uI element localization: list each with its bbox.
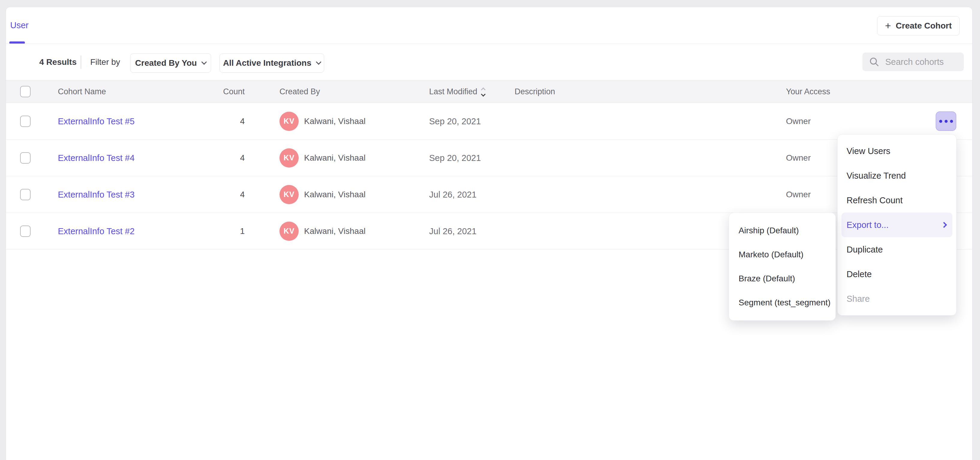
select-all-checkbox[interactable]: [20, 86, 30, 97]
created-by-cell: KV Kalwani, Vishaal: [280, 222, 366, 241]
search-input[interactable]: [885, 57, 957, 67]
export-submenu-item-label: Braze (Default): [738, 274, 795, 283]
last-modified-value: Jul 26, 2021: [429, 190, 477, 200]
tab-user[interactable]: User: [10, 21, 29, 30]
context-menu: View Users Visualize Trend Refresh Count…: [837, 134, 957, 316]
context-menu-item[interactable]: Delete: [838, 262, 956, 286]
cohort-count: 1: [195, 227, 245, 236]
chevron-down-icon: [316, 59, 321, 65]
access-value: Owner: [786, 190, 811, 200]
toolbar: 4 Results Filter by Created By You All A…: [6, 44, 972, 80]
access-value: Owner: [786, 153, 811, 163]
created-by-filter-label: Created By You: [135, 58, 197, 68]
export-submenu-item[interactable]: Airship (Default): [729, 219, 835, 243]
table-row: ExternalInfo Test #5 4 KV Kalwani, Visha…: [6, 103, 972, 140]
avatar: KV: [280, 149, 299, 168]
context-menu-item-label: Share: [846, 294, 870, 304]
cohort-count: 4: [195, 190, 245, 200]
results-count: 4 Results: [39, 58, 77, 67]
column-header-your-access: Your Access: [786, 87, 830, 96]
context-menu-item-label: Delete: [846, 269, 872, 279]
create-cohort-label: Create Cohort: [896, 21, 952, 30]
column-header-cohort-name: Cohort Name: [58, 87, 106, 96]
context-menu-item[interactable]: Refresh Count: [838, 188, 956, 212]
table-header: Cohort Name Count Created By Last Modifi…: [6, 80, 972, 103]
plus-icon: +: [885, 21, 891, 30]
last-modified-value: Sep 20, 2021: [429, 116, 481, 126]
created-by-cell: KV Kalwani, Vishaal: [280, 149, 366, 168]
export-submenu-item[interactable]: Segment (test_segment): [729, 291, 835, 315]
context-menu-item-label: Duplicate: [846, 245, 883, 255]
column-header-count: Count: [195, 87, 245, 96]
context-menu-item[interactable]: View Users: [838, 139, 956, 163]
column-header-description: Description: [515, 87, 555, 96]
export-submenu-item-label: Airship (Default): [738, 226, 799, 235]
created-by-filter-dropdown[interactable]: Created By You: [130, 53, 211, 73]
export-submenu-item[interactable]: Marketo (Default): [729, 243, 835, 267]
context-menu-item[interactable]: Visualize Trend: [838, 163, 956, 188]
chevron-right-icon: [941, 222, 947, 228]
avatar: KV: [280, 185, 299, 204]
ellipsis-icon: [939, 120, 942, 123]
creator-name: Kalwani, Vishaal: [304, 190, 366, 200]
cohort-name-link[interactable]: ExternalInfo Test #2: [58, 226, 135, 236]
integrations-filter-dropdown[interactable]: All Active Integrations: [220, 53, 324, 73]
table-row: ExternalInfo Test #3 4 KV Kalwani, Visha…: [6, 176, 972, 213]
last-modified-label: Last Modified: [429, 87, 477, 96]
context-menu-item[interactable]: Export to...: [842, 212, 952, 237]
cohort-name-link[interactable]: ExternalInfo Test #3: [58, 190, 135, 200]
export-submenu-item-label: Marketo (Default): [738, 250, 803, 259]
row-actions-button[interactable]: [935, 112, 956, 131]
search-icon: [870, 58, 879, 66]
create-cohort-button[interactable]: + Create Cohort: [877, 16, 959, 35]
toolbar-separator: [81, 56, 81, 69]
context-menu-item[interactable]: Share: [838, 286, 956, 311]
column-header-last-modified: Last Modified: [429, 87, 485, 96]
creator-name: Kalwani, Vishaal: [304, 117, 366, 126]
cohort-count: 4: [195, 153, 245, 163]
column-header-created-by: Created By: [280, 87, 320, 96]
sort-arrows-icon[interactable]: [482, 88, 485, 96]
table-row: ExternalInfo Test #4 4 KV Kalwani, Visha…: [6, 140, 972, 176]
context-menu-item-label: Refresh Count: [846, 195, 903, 205]
creator-name: Kalwani, Vishaal: [304, 153, 366, 163]
cohort-name-link[interactable]: ExternalInfo Test #5: [58, 116, 135, 126]
row-checkbox[interactable]: [20, 189, 30, 200]
export-submenu: Airship (Default) Marketo (Default) Braz…: [729, 212, 836, 321]
last-modified-value: Sep 20, 2021: [429, 153, 481, 163]
chevron-down-icon: [202, 59, 207, 65]
context-menu-item-label: Visualize Trend: [846, 171, 906, 181]
avatar: KV: [280, 112, 299, 131]
created-by-cell: KV Kalwani, Vishaal: [280, 185, 366, 204]
creator-name: Kalwani, Vishaal: [304, 227, 366, 236]
row-checkbox[interactable]: [20, 225, 30, 237]
tab-bar: User + Create Cohort: [6, 7, 972, 44]
filter-by-label: Filter by: [90, 58, 120, 67]
cohort-count: 4: [195, 117, 245, 126]
context-menu-item-label: Export to...: [846, 220, 889, 230]
integrations-filter-label: All Active Integrations: [223, 58, 312, 68]
export-submenu-item-label: Segment (test_segment): [738, 298, 830, 307]
last-modified-value: Jul 26, 2021: [429, 226, 477, 236]
avatar: KV: [280, 222, 299, 241]
row-checkbox[interactable]: [20, 116, 30, 127]
context-menu-item[interactable]: Duplicate: [838, 237, 956, 262]
export-submenu-item[interactable]: Braze (Default): [729, 267, 835, 291]
created-by-cell: KV Kalwani, Vishaal: [280, 112, 366, 131]
row-checkbox[interactable]: [20, 152, 30, 164]
sort-up-arrow: [481, 87, 485, 92]
context-menu-item-label: View Users: [846, 146, 890, 156]
access-value: Owner: [786, 117, 811, 126]
cohort-name-link[interactable]: ExternalInfo Test #4: [58, 153, 135, 163]
search-cohorts-box[interactable]: [862, 53, 964, 71]
sort-down-arrow: [481, 92, 485, 97]
